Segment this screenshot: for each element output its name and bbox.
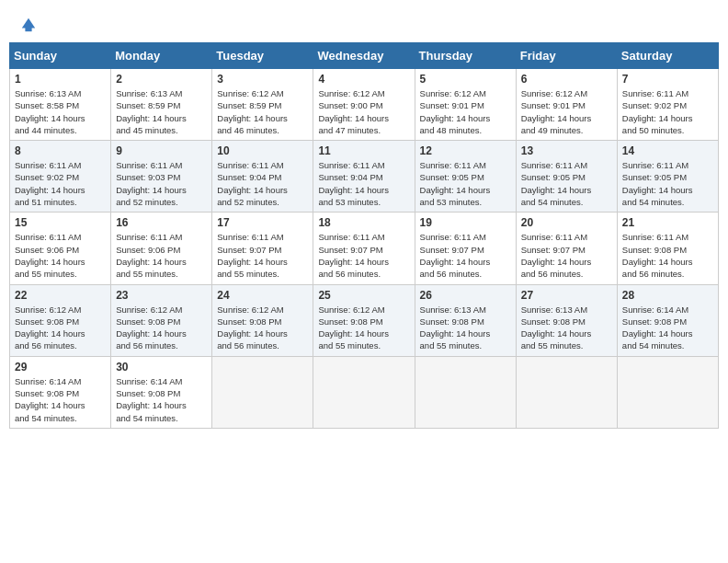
calendar-week-row: 22Sunrise: 6:12 AMSunset: 9:08 PMDayligh… <box>10 284 719 356</box>
calendar-day-cell: 19Sunrise: 6:11 AMSunset: 9:07 PMDayligh… <box>415 213 516 284</box>
calendar-day-cell: 2Sunrise: 6:13 AMSunset: 8:59 PMDaylight… <box>111 69 212 141</box>
weekday-header-friday: Friday <box>516 43 617 69</box>
weekday-header-saturday: Saturday <box>617 43 718 69</box>
calendar-day-cell: 24Sunrise: 6:12 AMSunset: 9:08 PMDayligh… <box>212 284 313 356</box>
day-number: 2 <box>116 73 207 86</box>
day-number: 25 <box>318 289 409 302</box>
day-info: Sunrise: 6:11 AMSunset: 9:06 PMDaylight:… <box>116 231 207 280</box>
calendar-week-row: 8Sunrise: 6:11 AMSunset: 9:02 PMDaylight… <box>10 141 719 213</box>
calendar-day-cell: 13Sunrise: 6:11 AMSunset: 9:05 PMDayligh… <box>516 141 617 213</box>
day-info: Sunrise: 6:11 AMSunset: 9:07 PMDaylight:… <box>217 231 308 280</box>
calendar-day-cell <box>212 356 313 428</box>
day-info: Sunrise: 6:11 AMSunset: 9:08 PMDaylight:… <box>622 231 713 280</box>
calendar-day-cell: 28Sunrise: 6:14 AMSunset: 9:08 PMDayligh… <box>617 284 718 356</box>
page-header <box>9 9 719 39</box>
weekday-header-tuesday: Tuesday <box>212 43 313 69</box>
day-number: 14 <box>622 144 713 157</box>
day-info: Sunrise: 6:11 AMSunset: 9:07 PMDaylight:… <box>521 231 612 280</box>
day-info: Sunrise: 6:14 AMSunset: 9:08 PMDaylight:… <box>15 375 106 424</box>
day-number: 12 <box>420 144 511 157</box>
calendar-day-cell: 16Sunrise: 6:11 AMSunset: 9:06 PMDayligh… <box>111 213 212 284</box>
day-number: 10 <box>217 144 308 157</box>
day-info: Sunrise: 6:12 AMSunset: 9:08 PMDaylight:… <box>116 304 207 352</box>
weekday-header-sunday: Sunday <box>10 43 111 69</box>
calendar-day-cell <box>313 356 415 428</box>
day-number: 9 <box>116 144 207 157</box>
day-info: Sunrise: 6:11 AMSunset: 9:05 PMDaylight:… <box>521 159 612 208</box>
calendar-day-cell <box>617 356 718 428</box>
day-info: Sunrise: 6:12 AMSunset: 9:08 PMDaylight:… <box>318 304 409 352</box>
day-info: Sunrise: 6:11 AMSunset: 9:07 PMDaylight:… <box>318 231 409 280</box>
calendar-day-cell: 17Sunrise: 6:11 AMSunset: 9:07 PMDayligh… <box>212 213 313 284</box>
day-number: 20 <box>521 216 612 229</box>
day-number: 11 <box>318 144 409 157</box>
calendar-week-row: 15Sunrise: 6:11 AMSunset: 9:06 PMDayligh… <box>10 213 719 284</box>
weekday-header-wednesday: Wednesday <box>313 43 415 69</box>
day-info: Sunrise: 6:12 AMSunset: 9:08 PMDaylight:… <box>15 304 106 352</box>
calendar-day-cell: 15Sunrise: 6:11 AMSunset: 9:06 PMDayligh… <box>10 213 111 284</box>
day-info: Sunrise: 6:12 AMSunset: 9:00 PMDaylight:… <box>318 87 409 136</box>
calendar-day-cell: 7Sunrise: 6:11 AMSunset: 9:02 PMDaylight… <box>617 69 718 141</box>
calendar-day-cell: 23Sunrise: 6:12 AMSunset: 9:08 PMDayligh… <box>111 284 212 356</box>
day-info: Sunrise: 6:11 AMSunset: 9:02 PMDaylight:… <box>15 159 106 208</box>
day-number: 5 <box>420 73 511 86</box>
calendar-day-cell: 27Sunrise: 6:13 AMSunset: 9:08 PMDayligh… <box>516 284 617 356</box>
day-info: Sunrise: 6:11 AMSunset: 9:04 PMDaylight:… <box>318 159 409 208</box>
day-info: Sunrise: 6:13 AMSunset: 8:58 PMDaylight:… <box>15 87 106 136</box>
calendar-day-cell: 22Sunrise: 6:12 AMSunset: 9:08 PMDayligh… <box>10 284 111 356</box>
calendar-day-cell <box>516 356 617 428</box>
calendar-day-cell: 21Sunrise: 6:11 AMSunset: 9:08 PMDayligh… <box>617 213 718 284</box>
logo-icon <box>20 17 37 33</box>
day-number: 29 <box>15 361 106 373</box>
day-number: 15 <box>15 216 106 229</box>
day-info: Sunrise: 6:13 AMSunset: 9:08 PMDaylight:… <box>420 304 511 352</box>
day-number: 19 <box>420 216 511 229</box>
weekday-header-row: SundayMondayTuesdayWednesdayThursdayFrid… <box>10 43 719 69</box>
day-number: 23 <box>116 289 207 302</box>
day-info: Sunrise: 6:11 AMSunset: 9:06 PMDaylight:… <box>15 231 106 280</box>
calendar-day-cell: 4Sunrise: 6:12 AMSunset: 9:00 PMDaylight… <box>313 69 415 141</box>
day-number: 27 <box>521 289 612 302</box>
weekday-header-monday: Monday <box>111 43 212 69</box>
day-number: 8 <box>15 144 106 157</box>
day-number: 28 <box>622 289 713 302</box>
calendar-day-cell: 8Sunrise: 6:11 AMSunset: 9:02 PMDaylight… <box>10 141 111 213</box>
day-info: Sunrise: 6:13 AMSunset: 8:59 PMDaylight:… <box>116 87 207 136</box>
calendar-day-cell: 25Sunrise: 6:12 AMSunset: 9:08 PMDayligh… <box>313 284 415 356</box>
calendar-day-cell: 1Sunrise: 6:13 AMSunset: 8:58 PMDaylight… <box>10 69 111 141</box>
day-info: Sunrise: 6:12 AMSunset: 9:01 PMDaylight:… <box>420 87 511 136</box>
day-number: 3 <box>217 73 308 86</box>
calendar-table: SundayMondayTuesdayWednesdayThursdayFrid… <box>9 42 719 429</box>
calendar-day-cell: 26Sunrise: 6:13 AMSunset: 9:08 PMDayligh… <box>415 284 516 356</box>
calendar-day-cell: 12Sunrise: 6:11 AMSunset: 9:05 PMDayligh… <box>415 141 516 213</box>
day-number: 7 <box>622 73 713 86</box>
day-info: Sunrise: 6:14 AMSunset: 9:08 PMDaylight:… <box>116 375 207 424</box>
calendar-day-cell: 20Sunrise: 6:11 AMSunset: 9:07 PMDayligh… <box>516 213 617 284</box>
logo <box>18 17 37 33</box>
calendar-week-row: 1Sunrise: 6:13 AMSunset: 8:58 PMDaylight… <box>10 69 719 141</box>
svg-rect-1 <box>25 28 31 32</box>
calendar-day-cell: 11Sunrise: 6:11 AMSunset: 9:04 PMDayligh… <box>313 141 415 213</box>
day-info: Sunrise: 6:11 AMSunset: 9:05 PMDaylight:… <box>420 159 511 208</box>
day-number: 21 <box>622 216 713 229</box>
day-info: Sunrise: 6:11 AMSunset: 9:04 PMDaylight:… <box>217 159 308 208</box>
day-info: Sunrise: 6:12 AMSunset: 8:59 PMDaylight:… <box>217 87 308 136</box>
calendar-day-cell: 18Sunrise: 6:11 AMSunset: 9:07 PMDayligh… <box>313 213 415 284</box>
day-number: 4 <box>318 73 409 86</box>
calendar-day-cell: 30Sunrise: 6:14 AMSunset: 9:08 PMDayligh… <box>111 356 212 428</box>
svg-marker-0 <box>22 18 35 29</box>
day-info: Sunrise: 6:11 AMSunset: 9:07 PMDaylight:… <box>420 231 511 280</box>
day-number: 6 <box>521 73 612 86</box>
calendar-day-cell: 9Sunrise: 6:11 AMSunset: 9:03 PMDaylight… <box>111 141 212 213</box>
day-info: Sunrise: 6:11 AMSunset: 9:05 PMDaylight:… <box>622 159 713 208</box>
day-number: 26 <box>420 289 511 302</box>
day-number: 17 <box>217 216 308 229</box>
day-info: Sunrise: 6:12 AMSunset: 9:01 PMDaylight:… <box>521 87 612 136</box>
weekday-header-thursday: Thursday <box>415 43 516 69</box>
day-number: 24 <box>217 289 308 302</box>
day-number: 22 <box>15 289 106 302</box>
day-number: 30 <box>116 361 207 373</box>
day-info: Sunrise: 6:12 AMSunset: 9:08 PMDaylight:… <box>217 304 308 352</box>
calendar-day-cell: 14Sunrise: 6:11 AMSunset: 9:05 PMDayligh… <box>617 141 718 213</box>
calendar-week-row: 29Sunrise: 6:14 AMSunset: 9:08 PMDayligh… <box>10 356 719 428</box>
